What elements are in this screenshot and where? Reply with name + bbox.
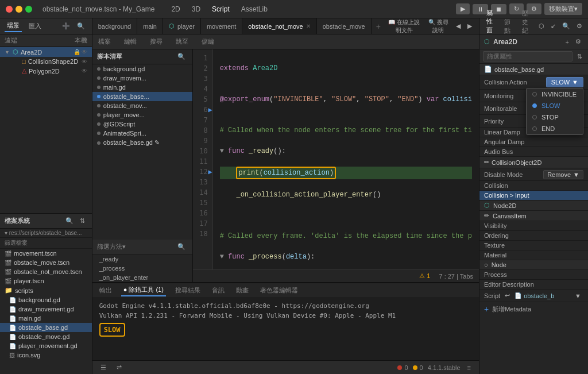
method-onplayerenter[interactable]: _on_player_enter	[92, 273, 192, 282]
search-input[interactable]	[483, 51, 572, 61]
right-tab-nodes[interactable]: 節點	[501, 17, 514, 36]
script-animatedspri[interactable]: AnimatedSpri...	[92, 129, 192, 138]
fs-item-player[interactable]: 🎬 player.tscn	[0, 276, 92, 286]
node-settings-btn[interactable]: ⚙	[573, 37, 583, 47]
section-material[interactable]: Material	[479, 250, 588, 260]
script-obstaclebasegd[interactable]: obstacle_base.gd ✎	[92, 138, 192, 148]
tab-add-btn[interactable]: +	[372, 22, 385, 31]
mode-script-btn[interactable]: Script	[208, 4, 233, 14]
section-texture[interactable]: Texture	[479, 241, 588, 250]
output-tab-audio[interactable]: 音訊	[210, 285, 227, 296]
fs-item-obstaclenotmove[interactable]: 🎬 obstacle_not_move.tscn	[0, 267, 92, 276]
minimize-button[interactable]	[16, 6, 22, 13]
add-node-btn[interactable]: ➕	[60, 21, 72, 31]
tab-obstacle-not-move[interactable]: obstacle_not_move ✕	[242, 18, 316, 34]
section-collision[interactable]: Collision	[479, 181, 588, 191]
output-tab-anim[interactable]: 動畫	[234, 285, 251, 296]
output-tab-search[interactable]: 搜尋結果	[173, 285, 203, 296]
fs-search-btn[interactable]: 🔍	[63, 216, 76, 226]
script-main[interactable]: main.gd	[92, 83, 192, 92]
section-visibility[interactable]: Visibility	[479, 221, 588, 231]
methods-header[interactable]: 篩選方法▾ 🔍	[92, 240, 192, 255]
output-settings-btn[interactable]: ≡	[465, 363, 473, 372]
right-icon1[interactable]: ⬡	[536, 21, 547, 31]
tree-item-collisionshape2d[interactable]: □ CollisionShape2D 👁	[0, 57, 92, 66]
right-icon2[interactable]: ↙	[548, 21, 558, 31]
script-obstaclebase[interactable]: obstacle_base...	[92, 92, 192, 101]
nav-back-btn[interactable]: ◀	[454, 21, 463, 31]
section-ordering[interactable]: Ordering	[479, 231, 588, 241]
script-search-btn[interactable]: 🔍	[175, 52, 188, 61]
collision-object-header[interactable]: ✏ CollisionObject2D	[479, 157, 588, 168]
script-background[interactable]: background.gd	[92, 64, 192, 74]
nav-fwd-btn[interactable]: ▶	[465, 21, 474, 31]
filter-btn[interactable]: 🔍	[75, 21, 87, 31]
output-tab-debug[interactable]: ● 除錯工具 (1)	[121, 284, 166, 296]
fs-item-main[interactable]: 📄 main.gd	[0, 314, 92, 323]
search-filter-btn[interactable]: ⇅	[575, 52, 585, 61]
fs-item-drawmovement[interactable]: 📄 draw_movement.gd	[0, 304, 92, 314]
tab-player[interactable]: ⬡ player	[163, 18, 201, 34]
collision-action-dropdown[interactable]: SLOW ▼	[546, 77, 583, 87]
method-ready[interactable]: _ready	[92, 255, 192, 264]
dropdown-item-slow[interactable]: SLOW	[527, 100, 583, 111]
fs-item-obstaclebase[interactable]: 📄 obstacle_base.gd	[0, 323, 92, 332]
output-tab-shader[interactable]: 著色器編輯器	[258, 285, 300, 296]
mode-assetlib-btn[interactable]: AssetLib	[238, 4, 271, 14]
fs-item-iconsvg[interactable]: 🖼 icon.svg	[0, 350, 92, 360]
tab-main[interactable]: main	[137, 18, 163, 34]
tree-item-area2d[interactable]: ▼ ⬡ Area2D 🔒 👁	[0, 47, 92, 57]
output-wrap-btn[interactable]: ⇌	[114, 363, 124, 372]
tab-close-icon[interactable]: ✕	[306, 23, 311, 29]
output-tab-output[interactable]: 輸出	[97, 285, 114, 296]
dropdown-item-end[interactable]: END	[527, 123, 583, 134]
section-input-highlight[interactable]: Collision > Input	[479, 191, 588, 201]
script-playermove[interactable]: player_move...	[92, 110, 192, 119]
file-tab-search[interactable]: 搜尋	[148, 36, 165, 47]
move-device-btn[interactable]: 移動裝置▾	[544, 3, 582, 15]
tab-import[interactable]: 匯入	[26, 21, 44, 32]
script-gdscript[interactable]: @GDScript	[92, 119, 192, 129]
fs-item-obstaclemovegd[interactable]: 📄 obstacle_move.gd	[0, 332, 92, 341]
dropdown-item-invincible[interactable]: INVINCIBLE	[527, 88, 583, 100]
tab-scene[interactable]: 場景	[5, 20, 22, 32]
tab-background[interactable]: background	[92, 18, 138, 34]
mode-2d-btn[interactable]: 2D	[168, 4, 183, 14]
method-filter-btn[interactable]: 🔍	[175, 242, 188, 252]
section-audiobus[interactable]: Audio Bus	[479, 147, 588, 157]
fs-item-background[interactable]: 📄 background.gd	[0, 295, 92, 304]
script-drawmovem[interactable]: draw_movem...	[92, 74, 192, 83]
tree-item-polygon2d[interactable]: △ Polygon2D 👁	[0, 66, 92, 76]
fs-item-movement[interactable]: 🎬 movement.tscn	[0, 249, 92, 258]
output-filter-btn[interactable]: ☰	[98, 363, 109, 372]
file-tab-edit[interactable]: 編輯	[122, 36, 139, 47]
fs-sort-btn[interactable]: ⇅	[78, 216, 87, 226]
section-editor-desc[interactable]: Editor Description	[479, 280, 588, 290]
script-open-btn[interactable]: ▼	[572, 291, 583, 300]
mode-3d-btn[interactable]: 3D	[188, 4, 204, 14]
tab-movement[interactable]: movement	[201, 18, 242, 34]
section-process[interactable]: Process	[479, 270, 588, 280]
right-icon3[interactable]: 🔍	[560, 21, 572, 31]
file-tab-save[interactable]: 儲編	[199, 36, 216, 47]
file-tab-file[interactable]: 檔案	[96, 36, 113, 47]
play-btn[interactable]: ▶	[456, 3, 470, 14]
close-button[interactable]	[6, 6, 13, 13]
fs-item-obstaclemove[interactable]: 🎬 obstacle_move.tscn	[0, 258, 92, 267]
maximize-button[interactable]	[25, 6, 32, 13]
file-tab-goto[interactable]: 跳至	[173, 36, 191, 47]
script-edit-btn[interactable]: ↩	[502, 291, 512, 300]
script-obstaclemov[interactable]: obstacle_mov...	[92, 101, 192, 110]
node-add-btn[interactable]: +	[563, 37, 571, 47]
fs-item-playermovement[interactable]: 📄 player_movement.gd	[0, 341, 92, 350]
section-angulardamp[interactable]: Angular Damp	[479, 137, 588, 147]
fs-folder-scripts[interactable]: 📁 scripts	[0, 286, 92, 295]
dropdown-item-stop[interactable]: STOP	[527, 111, 583, 123]
right-icon4[interactable]: ⚙	[574, 21, 585, 31]
code-area[interactable]: 1 2 3 4 5 6 ▶ 7 8 9 10 11 12 ▶ 1	[193, 49, 479, 269]
open-docs-btn[interactable]: 📖 在線上說明文件	[385, 18, 423, 34]
search-help-btn[interactable]: 🔍 搜尋說明	[425, 18, 451, 34]
method-process[interactable]: _process	[92, 264, 192, 273]
tab-obstacle-move[interactable]: obstacle_move	[317, 18, 372, 34]
disable-mode-value[interactable]: Remove ▼	[543, 170, 583, 179]
